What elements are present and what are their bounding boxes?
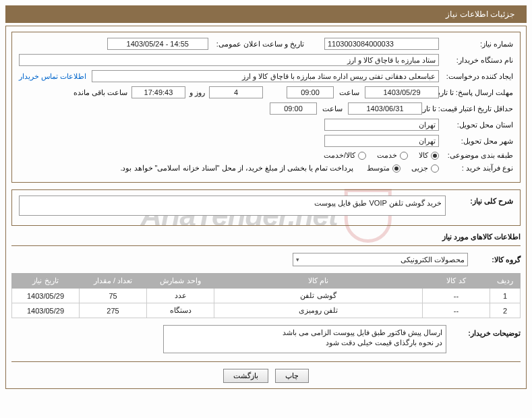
divider	[11, 245, 521, 246]
label-requester: ایجاد کننده درخواست:	[439, 72, 513, 81]
page-title: جزئیات اطلاعات نیاز	[446, 9, 514, 19]
label-subject-cat: طبقه بندی موضوعی:	[439, 151, 513, 160]
radio-group-subject: کالا خدمت کالا/خدمت	[324, 151, 439, 160]
table-row: 1 -- گوشی تلفن عدد 75 1403/05/29	[12, 289, 521, 303]
radio-kala-khedmat[interactable]: کالا/خدمت	[324, 151, 366, 160]
select-goods-group-value: محصولات الکترونیکی	[401, 256, 465, 264]
label-city: شهر محل تحویل:	[439, 137, 513, 146]
radio-dot-icon	[431, 165, 439, 173]
print-button[interactable]: چاپ	[275, 369, 309, 383]
field-requester: عباسعلی دهقانی تفتی رییس اداره ستاد مبار…	[92, 70, 439, 82]
cell-name: تلفن رومیزی	[214, 303, 423, 318]
radio-dot-icon	[431, 152, 439, 160]
field-announce-dt: 1403/05/24 - 14:55	[107, 38, 208, 50]
cell-code: --	[423, 303, 490, 318]
radio-dot-icon	[358, 152, 366, 160]
cell-code: --	[423, 289, 490, 303]
section-goods-info: اطلاعات کالاهای مورد نیاز	[11, 233, 521, 241]
label-time-1: ساعت	[334, 88, 365, 97]
divider	[11, 361, 521, 362]
cell-unit: عدد	[147, 289, 214, 303]
field-resp-date: 1403/05/29	[365, 86, 439, 98]
cell-qty: 275	[80, 303, 147, 318]
outer-frame: شماره نیاز: 1103003084000033 تاریخ و ساع…	[5, 26, 527, 389]
cell-no: 1	[490, 289, 521, 303]
label-price-valid: حداقل تاریخ اعتبار قیمت: تا تاریخ:	[422, 104, 513, 113]
field-general-desc: خرید گوشی تلفن VOIP طبق فایل پیوست	[19, 196, 446, 216]
radio-jozi[interactable]: جزیی	[411, 164, 439, 173]
cell-qty: 75	[80, 289, 147, 303]
contact-link[interactable]: اطلاعات تماس خریدار	[19, 72, 86, 81]
field-valid-time: 09:00	[270, 102, 317, 115]
label-general-desc: شرح کلی نیاز:	[446, 196, 513, 206]
chevron-down-icon: ▾	[296, 256, 299, 263]
field-province: تهران	[324, 119, 439, 131]
field-time-remaining: 17:49:43	[131, 86, 185, 98]
field-need-no: 1103003084000033	[324, 38, 439, 50]
label-time-2: ساعت	[317, 104, 348, 113]
field-city: تهران	[324, 135, 439, 147]
field-buyer-org: ستاد مبارزه با قاچاق کالا و ارز	[19, 54, 439, 66]
label-days-and: روز و	[185, 88, 209, 97]
radio-label-jozi: جزیی	[411, 164, 428, 173]
cell-unit: دستگاه	[147, 303, 214, 318]
goods-table: ردیف کد کالا نام کالا واحد شمارش تعداد /…	[11, 273, 521, 318]
radio-khedmat[interactable]: خدمت	[377, 151, 408, 160]
page-title-bar: جزئیات اطلاعات نیاز	[5, 5, 527, 23]
radio-group-buy-type: جزیی متوسط	[367, 164, 439, 173]
label-buy-type: نوع فرآیند خرید :	[439, 164, 513, 173]
th-qty: تعداد / مقدار	[80, 274, 147, 289]
th-name: نام کالا	[214, 274, 423, 289]
field-resp-time: 09:00	[287, 86, 334, 98]
label-buyer-note: توضیحات خریدار:	[453, 325, 521, 338]
select-goods-group[interactable]: محصولات الکترونیکی ▾	[293, 253, 468, 266]
table-row: 2 -- تلفن رومیزی دستگاه 275 1403/05/29	[12, 303, 521, 318]
cell-date: 1403/05/29	[12, 303, 80, 318]
th-row: ردیف	[490, 274, 521, 289]
label-resp-deadline: مهلت ارسال پاسخ: تا تاریخ:	[439, 88, 513, 97]
th-code: کد کالا	[423, 274, 490, 289]
label-province: استان محل تحویل:	[439, 121, 513, 129]
radio-label-kala-khedmat: کالا/خدمت	[324, 151, 355, 160]
radio-motavaset[interactable]: متوسط	[367, 164, 401, 173]
radio-dot-icon	[400, 152, 408, 160]
th-unit: واحد شمارش	[147, 274, 214, 289]
cell-no: 2	[490, 303, 521, 318]
radio-dot-icon	[392, 165, 401, 173]
label-goods-group: گروه کالا:	[473, 256, 521, 264]
radio-label-kala: کالا	[419, 151, 428, 160]
back-button[interactable]: بازگشت	[223, 369, 268, 383]
field-days-remaining: 4	[209, 86, 263, 98]
label-buyer-org: نام دستگاه خریدار:	[439, 56, 513, 65]
th-date: تاریخ نیاز	[12, 274, 80, 289]
payment-note: پرداخت تمام یا بخشی از مبلغ خرید، از محل…	[116, 164, 353, 173]
cell-date: 1403/05/29	[12, 289, 80, 303]
desc-group: شرح کلی نیاز: خرید گوشی تلفن VOIP طبق فا…	[11, 189, 521, 226]
field-valid-date: 1403/06/31	[348, 102, 422, 115]
radio-kala[interactable]: کالا	[419, 151, 439, 160]
label-need-no: شماره نیاز:	[439, 40, 513, 49]
details-group: شماره نیاز: 1103003084000033 تاریخ و ساع…	[11, 32, 521, 183]
radio-label-khedmat: خدمت	[377, 151, 397, 160]
radio-label-motavaset: متوسط	[367, 164, 390, 173]
field-buyer-note: ارسال پیش فاکتور طبق فایل پیوست الزامی م…	[163, 325, 446, 353]
cell-name: گوشی تلفن	[214, 289, 423, 303]
label-announce-dt: تاریخ و ساعت اعلان عمومی:	[212, 40, 304, 49]
label-remaining: ساعت باقی مانده	[69, 88, 131, 97]
